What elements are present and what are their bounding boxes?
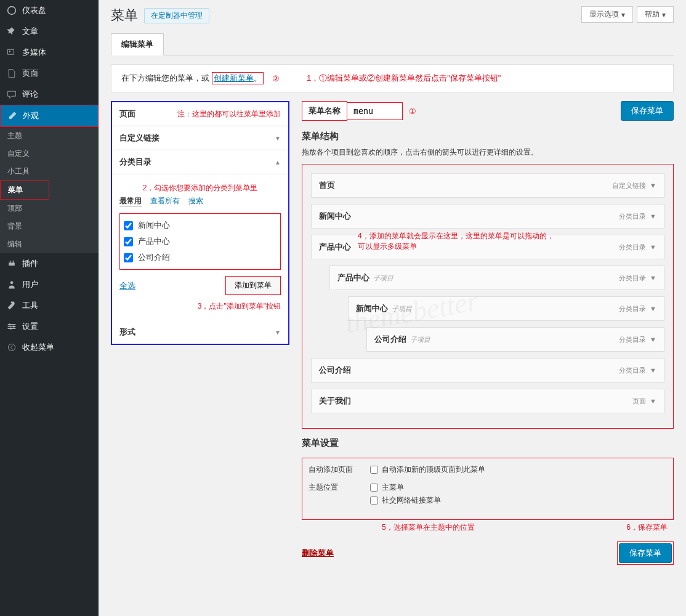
nav-tabs: 编辑菜单: [111, 33, 674, 55]
admin-sidebar: 仪表盘 文章 多媒体 页面 评论 外观 主题 自定义 小工具 菜单 顶部 背景 …: [0, 0, 99, 616]
chevron-down-icon: ▼: [650, 213, 656, 220]
svg-point-7: [8, 344, 15, 351]
category-checklist: 新闻中心 产品中心 公司介绍: [119, 213, 281, 270]
menu-name-input[interactable]: [347, 102, 403, 120]
accordion-categories-body: 2，勾选你想要添加的分类到菜单里 最常用 查看所有 搜索 新闻中心 产品中心 公…: [112, 174, 288, 320]
sidebar-sub-widgets[interactable]: 小工具: [0, 163, 99, 180]
brush-icon: [7, 110, 18, 121]
select-all-link[interactable]: 全选: [119, 280, 135, 291]
sidebar-item-plugins[interactable]: 插件: [0, 253, 99, 274]
annotation-4: 4，添加的菜单就会显示在这里，这里的菜单是可以拖动的，可以显示多级菜单: [358, 231, 592, 252]
annotation-pages-note: 注：这里的都可以往菜单里添加: [177, 109, 281, 120]
menu-item[interactable]: 公司介绍子项目分类目录 ▼: [366, 327, 664, 352]
save-menu-button-bottom[interactable]: 保存菜单: [619, 543, 672, 563]
settings-icon: [6, 321, 17, 332]
menu-settings-heading: 菜单设置: [302, 437, 674, 449]
chevron-down-icon: ▾: [662, 10, 666, 19]
chk-news[interactable]: [124, 221, 133, 230]
sidebar-item-collapse[interactable]: 收起菜单: [0, 337, 99, 358]
chevron-down-icon: ▾: [621, 10, 625, 19]
save-menu-button-top[interactable]: 保存菜单: [621, 101, 674, 121]
auto-add-label: 自动添加页面: [309, 464, 358, 477]
chk-location-social[interactable]: [370, 496, 378, 505]
sidebar-item-pages[interactable]: 页面: [0, 63, 99, 84]
sidebar-item-media[interactable]: 多媒体: [0, 42, 99, 63]
sidebar-item-settings[interactable]: 设置: [0, 316, 99, 337]
sidebar-item-dashboard[interactable]: 仪表盘: [0, 0, 99, 21]
chevron-down-icon: ▼: [650, 305, 656, 312]
chevron-down-icon: ▼: [650, 182, 656, 189]
menu-item[interactable]: 产品中心子项目分类目录 ▼: [329, 265, 664, 290]
menu-structure-box: 4，添加的菜单就会显示在这里，这里的菜单是可以拖动的，可以显示多级菜单 首页自定…: [302, 164, 674, 429]
dashboard-icon: [6, 5, 17, 16]
sidebar-sub-background[interactable]: 背景: [0, 217, 99, 235]
chk-auto-add-pages[interactable]: [370, 466, 378, 474]
menu-structure-desc: 拖放各个项目到您喜欢的顺序，点击右侧的箭头可以进行更详细的设置。: [302, 147, 674, 158]
chevron-down-icon: ▼: [650, 243, 656, 251]
menu-structure-heading: 菜单结构: [302, 131, 674, 142]
page-title: 菜单: [111, 6, 138, 25]
add-to-menu-button[interactable]: 添加到菜单: [225, 276, 281, 295]
chevron-down-icon: ▼: [650, 367, 656, 374]
screen-options-button[interactable]: 显示选项 ▾: [581, 6, 633, 23]
sidebar-sub-customize[interactable]: 自定义: [0, 145, 99, 163]
collapse-icon: [6, 342, 17, 353]
chevron-down-icon: ▼: [275, 135, 281, 142]
sidebar-item-users[interactable]: 用户: [0, 274, 99, 295]
annotation-6: 6，保存菜单: [626, 522, 668, 533]
sidebar-item-posts[interactable]: 文章: [0, 21, 99, 42]
comment-icon: [6, 89, 17, 100]
sidebar-item-appearance[interactable]: 外观: [0, 105, 99, 127]
sidebar-sub-editor[interactable]: 编辑: [0, 235, 99, 253]
svg-point-4: [9, 323, 10, 325]
manage-in-customizer-link[interactable]: 在定制器中管理: [144, 8, 209, 23]
chk-location-primary[interactable]: [370, 484, 378, 492]
chk-about[interactable]: [124, 253, 133, 262]
menu-item[interactable]: 新闻中心子项目分类目录 ▼: [348, 296, 664, 321]
cat-tab-view-all[interactable]: 查看所有: [150, 196, 180, 207]
sidebar-item-tools[interactable]: 工具: [0, 295, 99, 316]
accordion-pages[interactable]: 页面 注：这里的都可以往菜单里添加: [112, 102, 288, 126]
theme-location-label: 主题位置: [309, 482, 358, 508]
chevron-down-icon: ▼: [650, 336, 656, 343]
notice-bar: 在下方编辑您的菜单，或 创建新菜单。 ② 1，①编辑菜单或②创建新菜单然后点击"…: [111, 64, 674, 92]
menu-item[interactable]: 首页自定义链接 ▼: [311, 173, 664, 198]
menu-name-label: 菜单名称: [302, 101, 347, 121]
pin-icon: [6, 26, 17, 37]
help-button[interactable]: 帮助 ▾: [637, 6, 674, 23]
sidebar-sub-themes[interactable]: 主题: [0, 127, 99, 145]
chevron-down-icon: ▼: [650, 274, 656, 282]
page-icon: [6, 68, 17, 79]
create-new-menu-link[interactable]: 创建新菜单: [214, 73, 254, 83]
annotation-2: 2，勾选你想要添加的分类到菜单里: [119, 183, 281, 193]
menu-item[interactable]: 公司介绍分类目录 ▼: [311, 358, 664, 383]
sidebar-sub-menus[interactable]: 菜单: [0, 180, 49, 200]
svg-point-6: [10, 328, 12, 330]
accordion-custom-links[interactable]: 自定义链接▼: [112, 126, 288, 150]
menu-item[interactable]: 新闻中心分类目录 ▼: [311, 204, 664, 229]
chk-products[interactable]: [124, 237, 133, 246]
media-icon: [6, 47, 17, 58]
delete-menu-link[interactable]: 删除菜单: [302, 548, 334, 559]
main-content: 显示选项 ▾ 帮助 ▾ 菜单 在定制器中管理 编辑菜单 在下方编辑您的菜单，或 …: [99, 0, 686, 616]
svg-rect-1: [8, 49, 14, 54]
annotation-1: 1，①编辑菜单或②创建新菜单然后点击"保存菜单按钮": [307, 73, 501, 84]
plugin-icon: [6, 258, 17, 269]
sidebar-sub-header[interactable]: 顶部: [0, 200, 99, 217]
svg-point-3: [10, 281, 14, 284]
sidebar-submenu-appearance: 主题 自定义 小工具 菜单 顶部 背景 编辑: [0, 127, 99, 253]
wrench-icon: [6, 300, 17, 311]
annotation-circle-1: ①: [409, 107, 416, 116]
menu-item[interactable]: 关于我们页面 ▼: [311, 389, 664, 413]
chevron-down-icon: ▼: [650, 397, 656, 405]
sidebar-item-comments[interactable]: 评论: [0, 84, 99, 105]
tab-edit-menus[interactable]: 编辑菜单: [111, 33, 164, 55]
svg-point-2: [9, 51, 10, 52]
add-items-accordion: 页面 注：这里的都可以往菜单里添加 自定义链接▼ 分类目录▲ 2，勾选你想要添加…: [111, 101, 289, 345]
cat-tab-search[interactable]: 搜索: [188, 196, 203, 207]
cat-tab-most-used[interactable]: 最常用: [119, 196, 142, 207]
annotation-circle-2: ②: [272, 74, 280, 83]
accordion-formats[interactable]: 形式▼: [112, 320, 288, 344]
users-icon: [6, 279, 17, 290]
accordion-categories[interactable]: 分类目录▲: [112, 150, 288, 174]
